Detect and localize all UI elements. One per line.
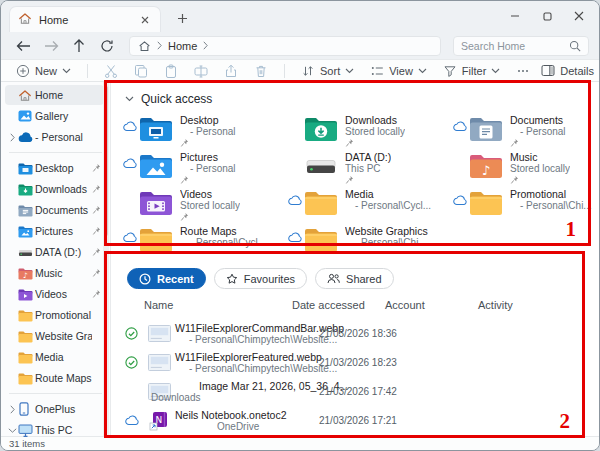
cut-button[interactable] xyxy=(99,62,123,80)
file-row-robots-txt[interactable]: robots.txt Downloads 20/03/2026 16:08 xyxy=(123,435,599,436)
recent-tabs: RecentFavouritesShared xyxy=(127,268,599,289)
sidebar-item-route-maps[interactable]: Route Maps xyxy=(5,368,104,388)
chevron-down-icon xyxy=(62,68,71,74)
chevron-down-icon[interactable] xyxy=(8,428,17,433)
more-button[interactable] xyxy=(511,62,535,80)
share-button[interactable] xyxy=(219,62,243,80)
tab-shared[interactable]: Shared xyxy=(315,268,393,289)
quick-access-item-music[interactable]: ♪ Music Stored locally xyxy=(453,148,599,185)
sidebar-item-website-graphics[interactable]: Website Graphics xyxy=(5,326,104,346)
pin-icon xyxy=(92,289,101,299)
tab-recent[interactable]: Recent xyxy=(127,268,206,289)
view-button[interactable]: View xyxy=(365,62,432,80)
chevron-down-icon[interactable] xyxy=(125,96,134,102)
home-icon xyxy=(18,89,35,102)
rename-icon xyxy=(194,64,208,78)
new-tab-button[interactable] xyxy=(173,9,191,27)
quick-access-item-pictures[interactable]: Pictures - Personal xyxy=(123,148,288,185)
sidebar-item-label: Home xyxy=(35,89,92,101)
videos-folder-icon xyxy=(139,189,173,220)
column-header-name[interactable]: Name xyxy=(123,299,292,311)
file-row-w11fileexplorerfeatured-webp[interactable]: W11FileExplorerFeatured.webp - Personal\… xyxy=(123,348,599,377)
sidebar-item-home[interactable]: Home xyxy=(5,85,104,105)
delete-button[interactable] xyxy=(249,62,273,80)
sort-button[interactable]: Sort xyxy=(296,62,359,80)
sidebar-item-desktop[interactable]: Desktop xyxy=(5,158,104,178)
thispc-icon xyxy=(18,424,35,437)
pictures-mini-icon xyxy=(18,225,35,238)
address-bar[interactable]: Home xyxy=(129,36,441,56)
sidebar-item-data-d[interactable]: DATA (D:) xyxy=(5,242,104,262)
folder-mini-icon xyxy=(18,309,35,322)
column-header-date-accessed[interactable]: Date accessed xyxy=(292,299,385,311)
minimize-button[interactable] xyxy=(499,1,531,31)
file-date-accessed: 21/03/2026 18:23 xyxy=(319,357,414,368)
quick-access-item-website-graphics[interactable]: Website Graphics - Personal\Chi... xyxy=(288,222,453,259)
plus-circle-button[interactable]: New xyxy=(11,62,76,80)
quick-access-item-name: Videos xyxy=(180,188,240,200)
sidebar-item-videos[interactable]: Videos xyxy=(5,284,104,304)
back-button[interactable] xyxy=(11,36,35,56)
sidebar-item-this-pc[interactable]: This PC xyxy=(5,420,104,440)
filter-button[interactable]: Filter xyxy=(438,62,505,80)
sidebar-item-label: Pictures xyxy=(35,225,92,237)
quick-access-item-desktop[interactable]: Desktop - Personal xyxy=(123,111,288,148)
file-location: - Personal\Chimpytech\Website... xyxy=(189,363,319,375)
quick-access-item-data-d[interactable]: DATA (D:) This PC xyxy=(288,148,453,185)
sidebar-item-music[interactable]: ♪ Music xyxy=(5,263,104,283)
image-thumb-icon xyxy=(147,354,171,371)
clock-icon xyxy=(139,273,151,285)
forward-button[interactable] xyxy=(39,36,63,56)
chevron-right-icon[interactable] xyxy=(10,405,15,414)
cloud-icon xyxy=(453,195,468,206)
rename-button[interactable] xyxy=(189,62,213,80)
tab-close-icon[interactable] xyxy=(138,13,152,27)
tab-favourites[interactable]: Favourites xyxy=(214,268,307,289)
cut-icon xyxy=(104,64,118,78)
details-button[interactable]: Details xyxy=(535,62,600,79)
sidebar-item-gallery[interactable]: Gallery xyxy=(5,106,104,126)
documents-folder-icon xyxy=(469,115,503,146)
column-header-account[interactable]: Account xyxy=(385,299,478,311)
file-row-neils-notebook-onetoc2[interactable]: N Neils Notebook.onetoc2 OneDrive 21/03/… xyxy=(123,406,599,435)
sidebar-item-downloads[interactable]: Downloads xyxy=(5,179,104,199)
tab-home[interactable]: Home xyxy=(9,6,161,32)
pin-icon xyxy=(92,163,101,173)
quick-access-item-media[interactable]: Media - Personal\Cycl... xyxy=(288,185,453,222)
search-input[interactable]: Search Home xyxy=(453,36,589,56)
sidebar-item-media[interactable]: Media xyxy=(5,347,104,367)
refresh-button[interactable] xyxy=(95,36,119,56)
sidebar-scrollbar[interactable] xyxy=(103,82,109,436)
sidebar-item-promotional[interactable]: Promotional xyxy=(5,305,104,325)
sidebar-item-personal[interactable]: - Personal xyxy=(5,127,104,147)
sidebar-item-documents[interactable]: Documents xyxy=(5,200,104,220)
maximize-button[interactable] xyxy=(531,1,563,31)
pin-icon xyxy=(92,226,101,236)
copy-button[interactable] xyxy=(129,62,153,80)
window-controls xyxy=(499,1,595,31)
column-header-activity[interactable]: Activity xyxy=(478,299,599,311)
sidebar-item-pictures[interactable]: Pictures xyxy=(5,221,104,241)
sidebar-item-oneplus[interactable]: OnePlus xyxy=(5,399,104,419)
file-row-w11fileexplorercommandbar-webp[interactable]: W11FileExplorerCommandBar.webp - Persona… xyxy=(123,319,599,348)
quick-access-item-name: Pictures xyxy=(180,151,236,163)
quick-access-item-promotional[interactable]: Promotional - Personal\Chi... xyxy=(453,185,599,222)
sidebar-item-label: Route Maps xyxy=(35,372,92,384)
quick-access-item-videos[interactable]: Videos Stored locally xyxy=(123,185,288,222)
up-button[interactable] xyxy=(67,36,91,56)
folder-mini-icon xyxy=(18,372,35,385)
quick-access-item-documents[interactable]: Documents - Personal xyxy=(453,111,599,148)
close-button[interactable] xyxy=(563,1,595,31)
tab-label: Favourites xyxy=(244,273,295,285)
music-folder-icon: ♪ xyxy=(469,152,503,183)
quick-access-grid: Desktop - Personal Downloads Stored loca… xyxy=(123,111,599,259)
paste-button[interactable] xyxy=(159,62,183,80)
chevron-right-icon[interactable] xyxy=(10,133,15,142)
quick-access-item-downloads[interactable]: Downloads Stored locally xyxy=(288,111,453,148)
cloud-icon xyxy=(123,121,138,132)
file-date-accessed: 21/03/2026 17:42 xyxy=(319,386,414,397)
quick-access-item-route-maps[interactable]: Route Maps - Personal\Cycl... xyxy=(123,222,288,259)
breadcrumb-item-home[interactable]: Home xyxy=(168,40,197,52)
pictures-folder-icon xyxy=(139,152,173,183)
file-row-image-mar-21-2026-05-36-4[interactable]: Image Mar 21, 2026, 05_36_4... Downloads… xyxy=(123,377,599,406)
